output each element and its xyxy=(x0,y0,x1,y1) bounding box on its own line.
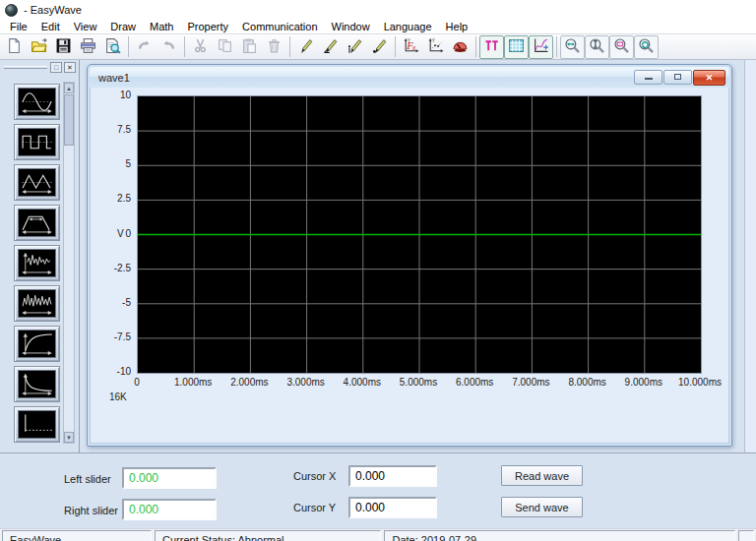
y-axis-labels: 107.552.50-2.5-5-7.5-10 xyxy=(91,88,134,383)
print-preview-icon xyxy=(104,37,121,56)
zoom-horizontal-button[interactable] xyxy=(560,35,585,59)
zoom-horizontal-icon xyxy=(564,37,581,56)
y-tick-label: 5 xyxy=(92,158,131,170)
menu-edit[interactable]: Edit xyxy=(34,20,67,33)
zoom-box-button[interactable] xyxy=(609,35,634,59)
x-tick-label: 4.000ms xyxy=(344,377,381,388)
draw-freehand-icon xyxy=(297,37,314,56)
scrollbar-thumb[interactable] xyxy=(64,94,74,146)
menu-help[interactable]: Help xyxy=(439,20,475,33)
x-tick-label: 9.000ms xyxy=(625,377,662,388)
menu-communication[interactable]: Communication xyxy=(235,20,324,33)
restore-button[interactable] xyxy=(663,70,692,85)
sine-wave-button[interactable] xyxy=(14,84,60,120)
minimize-icon xyxy=(645,77,653,80)
pulse-editor-icon xyxy=(483,37,500,56)
pulse-editor-button[interactable] xyxy=(479,35,504,59)
table-editor-icon xyxy=(508,37,525,56)
wave1-window: wave1 ✕ 107.552.50-2.5-5-7.5-10 V 01.000… xyxy=(87,64,732,447)
draw-line-button[interactable] xyxy=(318,35,343,59)
menu-language[interactable]: Language xyxy=(377,20,439,33)
redo-icon xyxy=(160,37,177,56)
dc-wave-button[interactable] xyxy=(14,406,60,443)
y-axis-unit-label: V xyxy=(117,228,124,239)
y-tick-label: -2.5 xyxy=(92,263,131,274)
arbitrary-wave-button[interactable] xyxy=(14,245,60,281)
function-editor-icon: FxY xyxy=(403,37,419,56)
palette-drag-handle[interactable] xyxy=(4,66,47,69)
toolbar-separator xyxy=(184,36,185,57)
left-slider-input[interactable] xyxy=(122,467,217,489)
status-segment-app: EasyWave xyxy=(2,530,152,541)
mdi-right-edge xyxy=(744,60,756,452)
x-tick-label: 2.000ms xyxy=(230,377,268,388)
sine-wave-icon xyxy=(18,88,56,116)
print-button[interactable] xyxy=(76,35,100,59)
y-tick-label: 10 xyxy=(92,90,131,101)
scroll-down-arrow-icon[interactable]: ▼ xyxy=(64,432,74,443)
right-slider-label: Right slider xyxy=(64,505,118,516)
draw-vertical-button[interactable] xyxy=(343,35,367,59)
cursor-y-label: Cursor Y xyxy=(293,502,336,513)
new-button[interactable] xyxy=(2,35,27,59)
menu-file[interactable]: File xyxy=(3,20,34,33)
status-bar: EasyWaveCurrent Status: AbnormalDate: 20… xyxy=(0,528,756,541)
y-tick-label: 2.5 xyxy=(92,193,131,205)
menu-view[interactable]: View xyxy=(67,20,104,33)
exp-fall-wave-icon xyxy=(18,370,56,398)
trapezoid-wave-button[interactable] xyxy=(14,205,60,241)
mdi-area: □ ✕ ▲ ▼ wave1 ✕ 107.552.50-2.5-5-7.5-10 … xyxy=(0,60,756,453)
arbitrary-wave-icon xyxy=(18,249,56,277)
right-slider-input[interactable] xyxy=(122,499,217,520)
x-tick-label: 0 xyxy=(134,377,140,388)
print-preview-button[interactable] xyxy=(100,35,125,59)
draw-point-button[interactable] xyxy=(367,35,392,59)
draw-freehand-button[interactable] xyxy=(293,35,318,59)
y-tick-label: 0 xyxy=(92,228,131,240)
meter-button[interactable] xyxy=(448,35,472,59)
x-tick-label: 1.000ms xyxy=(174,377,212,388)
noise-wave-icon xyxy=(18,289,56,318)
cursor-x-input[interactable] xyxy=(348,465,437,487)
wave1-titlebar[interactable]: wave1 ✕ xyxy=(90,67,729,88)
undo-button xyxy=(132,35,157,59)
exp-rise-wave-icon xyxy=(18,330,56,358)
triangle-wave-button[interactable] xyxy=(14,164,60,201)
scroll-up-arrow-icon[interactable]: ▲ xyxy=(64,83,74,93)
status-segment-grip xyxy=(738,530,754,541)
function-editor-button[interactable]: FxY xyxy=(399,35,423,59)
curve-properties-button[interactable] xyxy=(529,35,553,59)
cut-button xyxy=(188,35,213,59)
y-tick-label: -7.5 xyxy=(92,331,131,343)
zoom-vertical-button[interactable] xyxy=(585,35,609,59)
easywave-globe-icon xyxy=(5,4,18,17)
palette-close-button[interactable]: ✕ xyxy=(64,62,76,73)
x-tick-label: 5.000ms xyxy=(400,377,437,388)
square-wave-button[interactable] xyxy=(14,124,60,160)
menu-window[interactable]: Window xyxy=(325,20,377,33)
cursor-y-input[interactable] xyxy=(348,497,437,518)
exp-fall-wave-button[interactable] xyxy=(14,366,60,402)
zoom-restore-button[interactable] xyxy=(634,35,659,59)
zoom-vertical-icon xyxy=(589,37,605,56)
minimize-button[interactable] xyxy=(634,70,662,85)
zoom-box-icon xyxy=(613,37,630,56)
close-button[interactable]: ✕ xyxy=(693,70,725,86)
palette-scrollbar[interactable]: ▲ ▼ xyxy=(63,82,75,444)
point-editor-button[interactable]: Y xyxy=(423,35,448,59)
noise-wave-button[interactable] xyxy=(14,285,60,322)
table-editor-button[interactable] xyxy=(504,35,529,59)
menu-math[interactable]: Math xyxy=(143,20,180,33)
curve-properties-icon xyxy=(533,37,549,56)
send-wave-button[interactable]: Send wave xyxy=(501,497,583,517)
read-wave-button[interactable]: Read wave xyxy=(501,465,583,486)
menu-draw[interactable]: Draw xyxy=(103,20,143,33)
exp-rise-wave-button[interactable] xyxy=(14,326,60,362)
waveform-plot[interactable] xyxy=(137,95,702,374)
x-axis-labels: 01.000ms2.000ms3.000ms4.000ms5.000ms6.00… xyxy=(137,377,702,390)
open-button[interactable] xyxy=(27,35,51,59)
save-button[interactable] xyxy=(51,35,76,59)
menu-property[interactable]: Property xyxy=(181,20,236,33)
close-icon: ✕ xyxy=(706,73,714,83)
palette-maximize-button[interactable]: □ xyxy=(50,62,62,73)
